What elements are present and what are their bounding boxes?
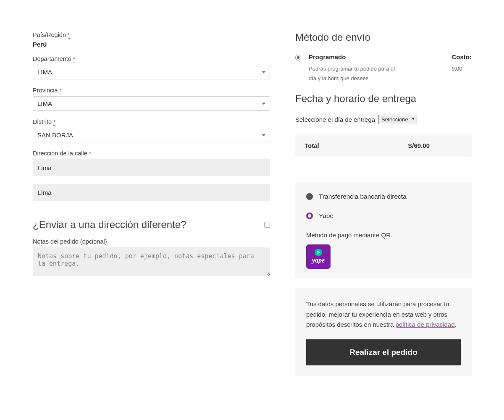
total-label: Total bbox=[304, 142, 319, 149]
payment-methods-box: Transferencia bancaria directa Yape Méto… bbox=[295, 182, 472, 278]
ship-different-heading: ¿Enviar a una dirección diferente? bbox=[33, 219, 186, 231]
delivery-date-heading: Fecha y horario de entrega bbox=[295, 93, 472, 105]
department-select[interactable]: LIMA bbox=[33, 65, 270, 79]
district-select[interactable]: SAN BORJA bbox=[33, 128, 270, 142]
shipping-option-name: Programado bbox=[309, 53, 346, 60]
order-notes-textarea[interactable] bbox=[33, 247, 270, 276]
place-order-button[interactable]: Realizar el pedido bbox=[306, 339, 461, 365]
country-value: Perú bbox=[33, 41, 270, 48]
ship-different-checkbox[interactable] bbox=[264, 222, 270, 228]
street-label: Dirección de la calle * bbox=[33, 150, 270, 157]
country-label: País/Región * bbox=[33, 32, 270, 38]
total-value: S/69.00 bbox=[408, 142, 467, 149]
yape-description: Método de pago mediante QR. bbox=[306, 231, 461, 239]
district-label: Distrito * bbox=[33, 118, 270, 125]
payment-label-yape: Yape bbox=[319, 212, 333, 220]
payment-radio-bank-transfer[interactable] bbox=[306, 193, 313, 200]
order-notes-label: Notas del pedido (opcional) bbox=[33, 238, 270, 245]
shipping-radio-programado[interactable] bbox=[295, 55, 301, 60]
shipping-method-heading: Método de envío bbox=[295, 32, 472, 43]
department-label: Departamento * bbox=[33, 55, 270, 62]
street-input-2[interactable] bbox=[33, 184, 270, 201]
delivery-day-label: Seleccione el día de entrega bbox=[295, 116, 375, 123]
shipping-option-desc: Podrás programar tu pedido para el día y… bbox=[309, 64, 401, 84]
yape-logo-icon: S/ yape bbox=[306, 244, 331, 269]
shipping-cost-value: 9.00 bbox=[452, 66, 472, 72]
delivery-day-select[interactable]: Seleccione bbox=[378, 115, 417, 124]
privacy-policy-link[interactable]: política de privacidad bbox=[396, 321, 455, 328]
payment-label-bank-transfer: Transferencia bancaria directa bbox=[319, 193, 407, 200]
street-input-1[interactable] bbox=[33, 159, 270, 176]
privacy-text: Tus datos personales se utilizarán para … bbox=[306, 299, 461, 330]
privacy-submit-box: Tus datos personales se utilizarán para … bbox=[295, 288, 472, 376]
province-select[interactable]: LIMA bbox=[33, 96, 270, 111]
shipping-cost-label: Costo: bbox=[452, 53, 472, 60]
payment-radio-yape[interactable] bbox=[306, 213, 313, 219]
province-label: Provincia * bbox=[33, 87, 270, 94]
